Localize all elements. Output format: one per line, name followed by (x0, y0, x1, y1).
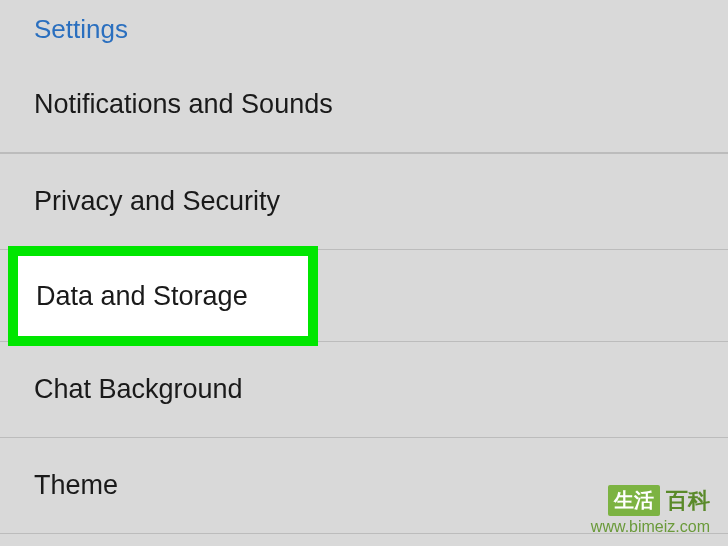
highlight-callout: Data and Storage Data and Storage (0, 250, 728, 342)
watermark-text: 百科 (666, 486, 710, 516)
highlight-label: Data and Storage (36, 281, 248, 312)
watermark: 生活 百科 www.bimeiz.com (591, 485, 710, 536)
watermark-url: www.bimeiz.com (591, 518, 710, 536)
menu-item-chat-background[interactable]: Chat Background (0, 342, 728, 438)
watermark-logo: 生活 百科 (608, 485, 710, 516)
settings-menu-list: Notifications and Sounds Privacy and Sec… (0, 63, 728, 534)
menu-item-label: Privacy and Security (34, 186, 280, 217)
menu-item-label: Theme (34, 470, 118, 501)
settings-section-header: Settings (0, 0, 728, 63)
watermark-badge: 生活 (608, 485, 660, 516)
menu-item-privacy-security[interactable]: Privacy and Security (0, 153, 728, 250)
menu-item-label: Notifications and Sounds (34, 89, 333, 120)
menu-item-notifications-sounds[interactable]: Notifications and Sounds (0, 63, 728, 153)
menu-item-label: Chat Background (34, 374, 243, 405)
highlight-box: Data and Storage (8, 246, 318, 346)
